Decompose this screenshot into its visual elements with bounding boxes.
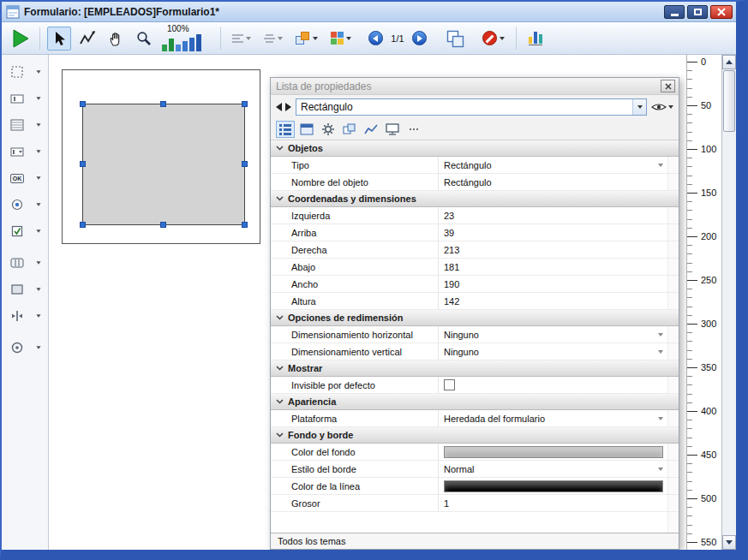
display-pages-button[interactable] xyxy=(443,27,467,51)
distribute-objects-dropdown[interactable] xyxy=(260,27,287,51)
tool-oval[interactable] xyxy=(5,337,45,358)
themes-footer[interactable]: Todos los temas xyxy=(271,533,679,549)
section-apariencia[interactable]: Apariencia xyxy=(271,394,679,410)
tab-preview[interactable] xyxy=(383,121,402,138)
group-color-dropdown[interactable] xyxy=(326,27,356,51)
hand-tool-button[interactable] xyxy=(104,27,128,51)
resize-handle-sw[interactable] xyxy=(80,222,86,228)
chevron-down-icon[interactable] xyxy=(658,333,663,337)
chevron-down-icon xyxy=(668,105,673,109)
chevron-down-icon[interactable] xyxy=(36,176,40,179)
window-controls xyxy=(664,5,733,19)
invisible-checkbox[interactable] xyxy=(444,379,455,390)
tool-text-input[interactable] xyxy=(5,88,45,109)
resize-handle-ne[interactable] xyxy=(242,101,248,107)
chevron-down-icon[interactable] xyxy=(658,468,663,471)
tool-splitter[interactable] xyxy=(5,306,45,326)
zoom-level-control[interactable]: 100% xyxy=(160,24,213,53)
tab-objects[interactable] xyxy=(340,121,359,138)
tab-settings[interactable] xyxy=(319,121,338,138)
chevron-down-icon[interactable] xyxy=(36,70,40,73)
eye-icon xyxy=(651,102,667,112)
screen-icon xyxy=(300,123,314,135)
hand-icon xyxy=(107,30,124,47)
next-page-button[interactable] xyxy=(412,31,427,45)
chevron-down-icon xyxy=(276,366,284,371)
tool-button[interactable]: OK xyxy=(5,168,45,188)
resize-handle-w[interactable] xyxy=(80,161,86,167)
section-coordenadas[interactable]: Coordenadas y dimensiones xyxy=(271,191,679,207)
tool-rectangle[interactable] xyxy=(5,279,45,300)
scroll-up-button[interactable] xyxy=(722,55,736,69)
object-nav-arrows xyxy=(276,103,291,111)
background-color-swatch[interactable] xyxy=(444,446,663,458)
resize-handle-se[interactable] xyxy=(242,222,248,228)
maximize-button[interactable] xyxy=(687,5,708,19)
visibility-options-button[interactable] xyxy=(651,102,673,112)
tab-property-list[interactable] xyxy=(276,121,295,138)
arrow-up-icon xyxy=(726,60,733,64)
vertical-scrollbar[interactable] xyxy=(721,55,736,550)
zoom-bars-icon[interactable] xyxy=(162,34,201,51)
ruler-label: 50 xyxy=(701,100,711,110)
resize-handle-nw[interactable] xyxy=(80,101,86,107)
object-selector-combobox[interactable]: Rectángulo xyxy=(296,98,647,116)
scrollbar-track[interactable] xyxy=(722,133,736,535)
arrange-level-dropdown[interactable] xyxy=(291,27,322,51)
maximize-icon xyxy=(694,9,702,15)
resize-handle-e[interactable] xyxy=(242,161,248,167)
chevron-down-icon[interactable] xyxy=(36,203,40,206)
tool-button-grid[interactable] xyxy=(5,253,45,273)
previous-object-button[interactable] xyxy=(276,103,282,111)
chevron-down-icon[interactable] xyxy=(36,261,40,264)
tool-radio-button[interactable] xyxy=(5,194,45,215)
tool-combobox[interactable] xyxy=(5,141,45,162)
chevron-down-icon[interactable] xyxy=(36,97,40,99)
section-redimension[interactable]: Opciones de redimensión xyxy=(271,310,679,326)
tool-selection[interactable] xyxy=(5,62,45,82)
form-canvas[interactable]: Lista de propiedades Rectángulo xyxy=(49,55,686,550)
tool-listbox[interactable] xyxy=(5,115,45,135)
chevron-down-icon[interactable] xyxy=(36,346,40,349)
tab-events[interactable] xyxy=(362,121,380,138)
chevron-down-icon[interactable] xyxy=(36,288,40,290)
pen-tool-button[interactable] xyxy=(75,27,99,51)
scrollbar-thumb[interactable] xyxy=(723,70,735,132)
chevron-down-icon[interactable] xyxy=(632,99,646,115)
row-arriba: Arriba 39 xyxy=(271,224,679,241)
chevron-down-icon[interactable] xyxy=(36,123,40,126)
chevron-down-icon[interactable] xyxy=(658,350,663,354)
title-bar[interactable]: Formulario: [EMPLEADOS]Formulario1* xyxy=(2,2,736,22)
section-objetos[interactable]: Objetos xyxy=(271,140,679,157)
minimize-button[interactable] xyxy=(664,5,685,19)
scroll-down-button[interactable] xyxy=(722,535,736,550)
chevron-down-icon[interactable] xyxy=(658,164,663,167)
close-button[interactable] xyxy=(710,5,733,19)
run-form-button[interactable] xyxy=(9,27,33,51)
tool-checkbox[interactable] xyxy=(5,221,45,241)
zoom-tool-button[interactable] xyxy=(132,27,156,51)
next-object-button[interactable] xyxy=(285,103,291,111)
form-page[interactable] xyxy=(62,69,260,244)
tab-more-options[interactable] xyxy=(404,121,423,138)
property-panel-titlebar[interactable]: Lista de propiedades xyxy=(271,78,679,95)
panel-close-button[interactable] xyxy=(661,80,675,92)
previous-page-button[interactable] xyxy=(368,31,383,45)
resize-handle-n[interactable] xyxy=(160,101,166,107)
resize-handle-s[interactable] xyxy=(160,222,166,228)
tab-form-display[interactable] xyxy=(297,121,316,138)
list-fields-button[interactable] xyxy=(524,27,548,51)
insert-restriction-dropdown[interactable] xyxy=(478,27,509,51)
align-objects-dropdown[interactable] xyxy=(228,27,255,51)
object-selector-value: Rectángulo xyxy=(296,101,632,113)
window-title: Formulario: [EMPLEADOS]Formulario1* xyxy=(24,6,219,18)
chevron-down-icon[interactable] xyxy=(36,150,40,152)
pointer-tool-button[interactable] xyxy=(47,27,71,51)
selected-rectangle-object[interactable] xyxy=(82,104,245,225)
section-mostrar[interactable]: Mostrar xyxy=(271,360,679,377)
chevron-down-icon[interactable] xyxy=(36,229,40,232)
section-fondo-borde[interactable]: Fondo y borde xyxy=(271,427,679,444)
line-color-swatch[interactable] xyxy=(444,480,663,492)
chevron-down-icon[interactable] xyxy=(36,314,40,317)
chevron-down-icon[interactable] xyxy=(658,417,663,420)
